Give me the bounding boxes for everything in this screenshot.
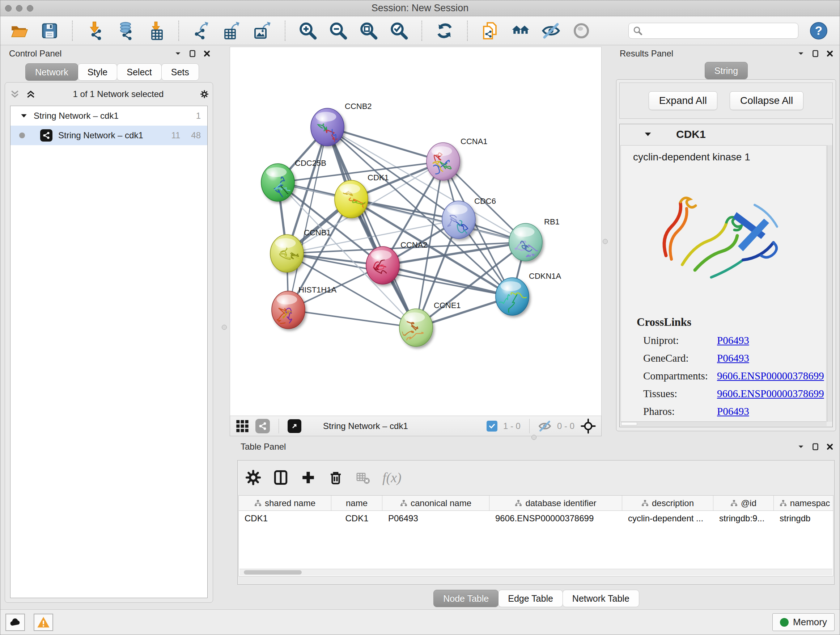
network-graph[interactable]: CCNB2CCNA1CDC25BCDK1CDC6RB1CCNB1CCNA2CDK… <box>230 47 601 416</box>
crosslink-link[interactable]: P06493 <box>717 352 749 364</box>
network-node-CCNA1[interactable]: CCNA1 <box>426 137 488 180</box>
close-window-button[interactable] <box>5 5 11 11</box>
zoom-fit-icon[interactable] <box>358 21 379 41</box>
show-graphics-eye-icon[interactable] <box>571 21 592 41</box>
collapse-section-icon[interactable] <box>644 130 652 139</box>
close-panel-icon[interactable] <box>826 50 834 57</box>
table-horizontal-scrollbar[interactable] <box>240 569 832 575</box>
tab-style[interactable]: Style <box>78 63 118 81</box>
tab-network-table[interactable]: Network Table <box>562 590 639 607</box>
collection-expander-icon[interactable] <box>20 112 28 120</box>
tab-string[interactable]: String <box>705 62 748 79</box>
column-header-canonical-name[interactable]: canonical name <box>382 496 489 510</box>
table-cell[interactable]: stringdb <box>774 511 834 526</box>
memory-button[interactable]: Memory <box>772 613 835 631</box>
close-panel-icon[interactable] <box>203 50 211 57</box>
warning-status-button[interactable] <box>34 614 53 631</box>
network-node-CCNE1[interactable]: CCNE1 <box>399 301 461 347</box>
table-cell[interactable]: P06493 <box>382 511 489 526</box>
show-columns-icon[interactable] <box>273 470 288 485</box>
network-row-selected[interactable]: String Network – cdk1 11 48 <box>11 126 207 145</box>
column-header-@id[interactable]: @id <box>714 496 774 510</box>
network-edge-CCNB2-CCNA1[interactable] <box>327 127 443 162</box>
table-cell[interactable]: CDK1 <box>332 511 382 526</box>
crosslink-link[interactable]: P06493 <box>717 405 749 417</box>
search-input[interactable] <box>645 26 794 36</box>
expand-all-networks-icon[interactable] <box>25 89 36 100</box>
network-node-CDK1[interactable]: CDK1 <box>335 173 389 218</box>
network-options-gear-icon[interactable] <box>201 90 208 98</box>
crosslink-link[interactable]: 9606.ENSP00000378699 <box>717 388 824 400</box>
fit-selected-crosshair-icon[interactable] <box>580 418 596 434</box>
table-cell[interactable]: 9606.ENSP00000378699 <box>489 511 622 526</box>
open-external-icon[interactable] <box>287 419 302 433</box>
table-cell[interactable]: stringdb:9... <box>714 511 774 526</box>
network-edge-CCNE1-HIST1H1A[interactable] <box>288 310 416 328</box>
crosslink-link[interactable]: 9606.ENSP00000378699 <box>717 370 824 382</box>
export-table-icon[interactable] <box>222 21 242 41</box>
zoom-out-icon[interactable] <box>328 21 348 41</box>
column-header-name[interactable]: name <box>332 496 382 510</box>
grid-view-icon[interactable] <box>235 419 249 433</box>
hide-selected-eye-icon[interactable] <box>541 21 561 41</box>
delete-column-trash-icon[interactable] <box>328 470 343 485</box>
copy-document-icon[interactable] <box>480 21 500 41</box>
create-column-plus-icon[interactable] <box>301 470 316 485</box>
protein-card-header[interactable]: CDK1 <box>620 124 832 144</box>
collapse-panel-icon[interactable] <box>174 50 182 57</box>
selected-checkbox-icon[interactable] <box>486 421 497 432</box>
minimize-window-button[interactable] <box>16 5 22 11</box>
float-panel-icon[interactable] <box>188 50 196 57</box>
collapse-panel-icon[interactable] <box>797 443 805 451</box>
tab-select[interactable]: Select <box>117 63 161 81</box>
table-options-gear-icon[interactable] <box>246 470 261 485</box>
network-node-RB1[interactable]: RB1 <box>509 217 560 261</box>
network-node-CDKN1A[interactable]: CDKN1A <box>496 272 561 323</box>
tab-sets[interactable]: Sets <box>161 63 199 81</box>
close-panel-icon[interactable] <box>826 443 834 451</box>
vertical-splitter-handle[interactable] <box>222 325 227 330</box>
float-panel-icon[interactable] <box>812 50 819 57</box>
expand-all-button[interactable]: Expand All <box>649 91 717 110</box>
results-vertical-scrollbar[interactable] <box>827 145 832 422</box>
horizontal-splitter-handle[interactable] <box>531 435 537 440</box>
export-network-icon[interactable] <box>191 21 212 41</box>
save-session-icon[interactable] <box>39 21 60 41</box>
first-neighbors-homes-icon[interactable] <box>510 21 531 41</box>
column-header-namespac[interactable]: namespac <box>774 496 834 510</box>
network-edge-CCNA2-CDKN1A[interactable] <box>383 265 512 296</box>
zoom-in-icon[interactable] <box>298 21 318 41</box>
help-icon[interactable]: ? <box>808 21 829 41</box>
import-network-database-icon[interactable] <box>115 21 136 41</box>
table-cell[interactable]: cyclin-dependent ... <box>622 511 714 526</box>
results-horizontal-scrollbar[interactable] <box>621 422 827 426</box>
birds-eye-view-icon[interactable] <box>256 419 270 433</box>
column-header-shared-name[interactable]: shared name <box>239 496 332 510</box>
tab-edge-table[interactable]: Edge Table <box>498 590 563 607</box>
export-image-icon[interactable] <box>252 21 272 41</box>
import-network-file-icon[interactable] <box>85 21 105 41</box>
network-node-CCNB2[interactable]: CCNB2 <box>311 102 372 150</box>
network-collection-row[interactable]: String Network – cdk1 1 <box>11 106 207 126</box>
refresh-icon[interactable] <box>434 21 455 41</box>
cloud-status-button[interactable] <box>5 614 25 631</box>
network-edge-CCNB2-HIST1H1A[interactable] <box>288 127 327 310</box>
collapse-all-button[interactable]: Collapse All <box>729 91 804 110</box>
column-header-description[interactable]: description <box>622 496 714 510</box>
network-canvas[interactable]: CCNB2CCNA1CDC25BCDK1CDC6RB1CCNB1CCNA2CDK… <box>230 47 602 416</box>
network-edge-CCNB2-CCNE1[interactable] <box>327 127 416 328</box>
tab-network[interactable]: Network <box>25 63 78 81</box>
column-header-database-identifier[interactable]: database identifier <box>489 496 622 510</box>
zoom-selected-icon[interactable] <box>389 21 409 41</box>
table-cell[interactable]: CDK1 <box>239 511 332 526</box>
open-session-icon[interactable] <box>9 21 29 41</box>
crosslink-link[interactable]: P06493 <box>717 334 749 347</box>
collapse-panel-icon[interactable] <box>797 50 805 57</box>
collapse-all-networks-icon[interactable] <box>9 89 20 100</box>
table-row[interactable]: CDK1CDK1P064939606.ENSP00000378699cyclin… <box>239 511 833 526</box>
float-panel-icon[interactable] <box>812 443 819 451</box>
vertical-splitter-handle[interactable] <box>603 239 608 244</box>
network-node-HIST1H1A[interactable]: HIST1H1A <box>272 285 336 329</box>
import-table-icon[interactable] <box>146 21 166 41</box>
maximize-window-button[interactable] <box>27 5 33 11</box>
